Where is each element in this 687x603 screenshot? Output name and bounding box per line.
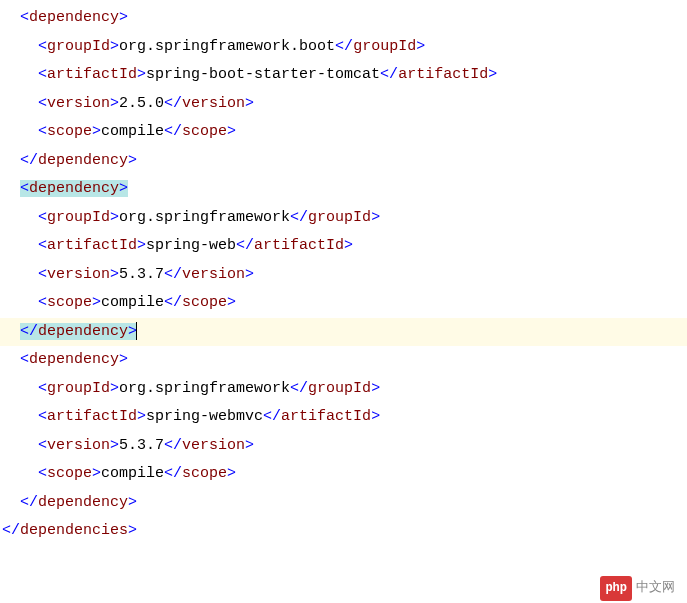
highlighted-close-tag: </dependency> xyxy=(20,323,137,340)
xml-bracket: > xyxy=(119,9,128,26)
code-line: <artifactId>spring-web</artifactId> xyxy=(0,232,687,261)
xml-bracket: < xyxy=(38,38,47,55)
xml-bracket: < xyxy=(38,294,47,311)
xml-text: compile xyxy=(101,123,164,140)
xml-tag: dependency xyxy=(38,152,128,169)
xml-bracket: </ xyxy=(335,38,353,55)
xml-tag: scope xyxy=(182,123,227,140)
code-line: </dependencies> xyxy=(0,517,687,546)
xml-bracket: < xyxy=(38,437,47,454)
xml-tag: version xyxy=(47,95,110,112)
xml-bracket: > xyxy=(227,294,236,311)
xml-bracket: > xyxy=(119,351,128,368)
xml-bracket: </ xyxy=(164,95,182,112)
code-line: <artifactId>spring-boot-starter-tomcat</… xyxy=(0,61,687,90)
code-line: <version>5.3.7</version> xyxy=(0,432,687,461)
xml-bracket: </ xyxy=(164,437,182,454)
code-line: <groupId>org.springframework.boot</group… xyxy=(0,33,687,62)
xml-bracket: < xyxy=(38,209,47,226)
code-line: <scope>compile</scope> xyxy=(0,118,687,147)
xml-tag: dependency xyxy=(29,9,119,26)
code-line: </dependency> xyxy=(0,147,687,176)
xml-tag: artifactId xyxy=(47,66,137,83)
watermark-logo: php xyxy=(600,576,632,601)
xml-bracket: </ xyxy=(164,465,182,482)
watermark-text: 中文网 xyxy=(636,576,675,601)
xml-bracket: </ xyxy=(236,237,254,254)
xml-bracket: < xyxy=(38,123,47,140)
highlighted-open-tag: <dependency> xyxy=(20,180,128,197)
xml-tag: groupId xyxy=(353,38,416,55)
xml-bracket: < xyxy=(20,9,29,26)
code-editor-view: <dependency> <groupId>org.springframewor… xyxy=(0,4,687,603)
xml-tag: artifactId xyxy=(254,237,344,254)
xml-bracket: > xyxy=(110,209,119,226)
xml-text: org.springframework.boot xyxy=(119,38,335,55)
xml-bracket: > xyxy=(110,266,119,283)
xml-text: compile xyxy=(101,465,164,482)
xml-bracket: > xyxy=(344,237,353,254)
xml-bracket: < xyxy=(38,465,47,482)
code-line: <dependency> xyxy=(0,175,687,204)
xml-bracket: > xyxy=(128,494,137,511)
xml-bracket: > xyxy=(227,465,236,482)
xml-tag: version xyxy=(182,437,245,454)
xml-text: spring-webmvc xyxy=(146,408,263,425)
xml-bracket: > xyxy=(110,380,119,397)
xml-bracket: > xyxy=(92,123,101,140)
xml-text: 2.5.0 xyxy=(119,95,164,112)
code-line: </dependency> xyxy=(0,489,687,518)
xml-bracket: < xyxy=(20,351,29,368)
xml-bracket: > xyxy=(488,66,497,83)
xml-bracket: </ xyxy=(263,408,281,425)
code-line: <version>5.3.7</version> xyxy=(0,261,687,290)
xml-bracket: > xyxy=(137,66,146,83)
xml-bracket: > xyxy=(110,95,119,112)
xml-bracket: </ xyxy=(164,123,182,140)
xml-tag: groupId xyxy=(308,209,371,226)
xml-bracket: > xyxy=(245,266,254,283)
xml-tag: dependency xyxy=(38,323,128,340)
watermark: php 中文网 xyxy=(600,576,675,601)
xml-tag: dependencies xyxy=(20,522,128,539)
code-line: <groupId>org.springframework</groupId> xyxy=(0,204,687,233)
xml-tag: dependency xyxy=(38,494,128,511)
xml-bracket: < xyxy=(38,408,47,425)
xml-tag: artifactId xyxy=(47,408,137,425)
xml-bracket: > xyxy=(128,152,137,169)
xml-bracket: </ xyxy=(290,380,308,397)
xml-tag: scope xyxy=(182,465,227,482)
xml-tag: scope xyxy=(47,294,92,311)
code-line: <scope>compile</scope> xyxy=(0,289,687,318)
xml-bracket: > xyxy=(110,38,119,55)
xml-tag: groupId xyxy=(47,38,110,55)
xml-tag: scope xyxy=(47,123,92,140)
xml-text: compile xyxy=(101,294,164,311)
xml-bracket: > xyxy=(245,95,254,112)
xml-bracket: > xyxy=(416,38,425,55)
xml-text: 5.3.7 xyxy=(119,266,164,283)
code-line: <scope>compile</scope> xyxy=(0,460,687,489)
xml-bracket: > xyxy=(371,408,380,425)
xml-bracket: </ xyxy=(164,294,182,311)
xml-tag: scope xyxy=(47,465,92,482)
xml-bracket: </ xyxy=(290,209,308,226)
code-line: <version>2.5.0</version> xyxy=(0,90,687,119)
xml-bracket: > xyxy=(245,437,254,454)
xml-tag: groupId xyxy=(47,380,110,397)
xml-bracket: > xyxy=(110,437,119,454)
xml-tag: artifactId xyxy=(398,66,488,83)
xml-tag: version xyxy=(182,95,245,112)
text-cursor xyxy=(136,322,137,340)
current-line: </dependency> xyxy=(0,318,687,347)
xml-bracket: > xyxy=(371,380,380,397)
xml-bracket: > xyxy=(119,180,128,197)
xml-tag: scope xyxy=(182,294,227,311)
xml-bracket: </ xyxy=(380,66,398,83)
xml-bracket: > xyxy=(137,408,146,425)
xml-bracket: < xyxy=(38,95,47,112)
xml-bracket: < xyxy=(20,180,29,197)
code-line: <dependency> xyxy=(0,346,687,375)
xml-bracket: > xyxy=(137,237,146,254)
code-line: <dependency> xyxy=(0,4,687,33)
